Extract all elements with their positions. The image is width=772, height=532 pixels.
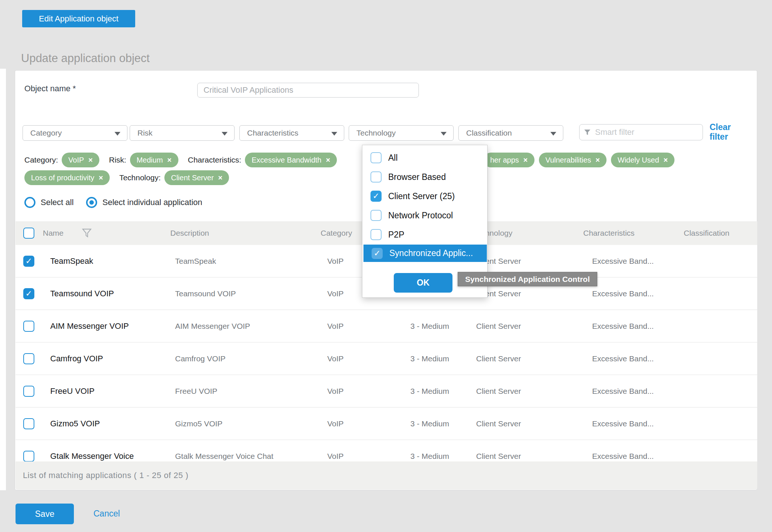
cancel-link[interactable]: Cancel — [93, 509, 120, 519]
cell-risk: 3 - Medium — [410, 342, 449, 375]
checkbox-icon[interactable]: ✓ — [370, 191, 382, 202]
chevron-down-icon — [222, 132, 228, 136]
matching-applications-summary: List of matching applications ( 1 - 25 o… — [23, 471, 188, 480]
row-checkbox[interactable]: ✓ — [23, 321, 34, 332]
chip-widely-used-label: Widely Used — [618, 156, 659, 164]
chevron-down-icon — [331, 132, 337, 136]
cell-characteristics: Excessive Band... — [592, 342, 654, 375]
table-footer: List of matching applications ( 1 - 25 o… — [16, 461, 757, 490]
remove-chip-icon[interactable]: × — [167, 156, 172, 164]
column-header-name[interactable]: Name — [43, 221, 64, 245]
cell-category: VoIP — [327, 375, 344, 407]
object-name-input[interactable] — [197, 83, 419, 98]
row-checkbox[interactable]: ✓ — [23, 418, 34, 429]
remove-chip-icon[interactable]: × — [88, 156, 93, 164]
popup-option-p2p[interactable]: ✓ P2P — [362, 225, 487, 244]
classification-dropdown-label: Classification — [466, 129, 512, 137]
popup-option-network-protocol[interactable]: ✓ Network Protocol — [362, 206, 487, 225]
chip-client-server: Client Server × — [164, 170, 229, 185]
popup-option-label: Synchronized Applic... — [389, 248, 473, 258]
cell-technology: Client Server — [476, 310, 521, 342]
checkbox-icon[interactable]: ✓ — [370, 229, 382, 240]
smart-filter-input[interactable] — [595, 127, 698, 137]
chip-client-server-label: Client Server — [171, 174, 214, 182]
chevron-down-icon — [441, 132, 447, 136]
column-header-characteristics[interactable]: Characteristics — [583, 221, 635, 245]
clear-filter-link[interactable]: Clear filter — [710, 122, 750, 141]
active-filters-row-2: Loss of productivity × Technology: Clien… — [24, 170, 229, 185]
row-checkbox[interactable]: ✓ — [23, 451, 34, 462]
popup-ok-button[interactable]: OK — [394, 273, 452, 293]
smart-filter-box — [579, 124, 703, 140]
cell-technology: Client Server — [476, 375, 521, 407]
column-header-classification[interactable]: Classification — [684, 221, 730, 245]
popup-option-label: Browser Based — [388, 172, 446, 182]
characteristics-dropdown-label: Characteristics — [247, 129, 298, 137]
cell-description: Teamsound VOIP — [175, 277, 236, 310]
chip-voip-label: VoIP — [68, 156, 84, 164]
risk-dropdown[interactable]: Risk — [130, 125, 235, 141]
remove-chip-icon[interactable]: × — [326, 156, 330, 164]
remove-chip-icon[interactable]: × — [595, 156, 600, 164]
cell-characteristics: Excessive Band... — [592, 407, 654, 440]
row-checkbox[interactable]: ✓ — [23, 386, 34, 397]
select-individual-radio[interactable] — [86, 197, 97, 208]
cell-characteristics: Excessive Band... — [592, 245, 654, 277]
cell-name: FreeU VOIP — [50, 375, 95, 407]
row-checkbox[interactable]: ✓ — [23, 353, 34, 364]
cell-name: Gizmo5 VOIP — [50, 407, 100, 440]
column-header-description[interactable]: Description — [170, 221, 209, 245]
category-filter-label: Category: — [24, 156, 58, 164]
checkbox-icon[interactable]: ✓ — [370, 171, 382, 183]
chip-vulnerabilities: Vulnerabilities × — [539, 153, 607, 167]
classification-dropdown[interactable]: Classification — [458, 125, 563, 141]
cell-category: VoIP — [327, 245, 344, 277]
chip-voip: VoIP × — [62, 153, 99, 167]
cell-description: TeamSpeak — [175, 245, 216, 277]
chip-excessive-bandwidth: Excessive Bandwidth × — [245, 153, 337, 167]
table-row: ✓ Gizmo5 VOIP Gizmo5 VOIP VoIP 3 - Mediu… — [16, 407, 757, 440]
cell-description: Gizmo5 VOIP — [175, 407, 222, 440]
remove-chip-icon[interactable]: × — [663, 156, 668, 164]
cell-description: Camfrog VOIP — [175, 342, 226, 375]
tooltip-text: Synchronized Application Control — [465, 275, 590, 284]
cell-characteristics: Excessive Band... — [592, 277, 654, 310]
checkbox-icon[interactable]: ✓ — [370, 152, 382, 163]
save-button[interactable]: Save — [16, 504, 74, 524]
characteristics-dropdown[interactable]: Characteristics — [239, 125, 344, 141]
select-individual-label: Select individual application — [102, 198, 202, 207]
row-checkbox[interactable]: ✓ — [23, 288, 34, 299]
popup-option-browser-based[interactable]: ✓ Browser Based — [362, 167, 487, 187]
cell-name: Teamsound VOIP — [50, 277, 114, 310]
chip-vulnerabilities-label: Vulnerabilities — [546, 156, 591, 164]
active-filters-row-1-right: her apps × Vulnerabilities × Widely Used… — [484, 153, 674, 167]
select-all-label: Select all — [41, 198, 74, 207]
name-filter-funnel-icon[interactable] — [82, 228, 92, 238]
cell-technology: Client Server — [476, 342, 521, 375]
left-edge-strip — [0, 69, 6, 490]
popup-option-label: P2P — [388, 230, 404, 240]
table-row: ✓ FreeU VOIP FreeU VOIP VoIP 3 - Medium … — [16, 375, 757, 407]
cell-risk: 3 - Medium — [410, 407, 449, 440]
technology-filter-label: Technology: — [119, 173, 161, 182]
edit-application-object-button[interactable]: Edit Application object — [22, 10, 135, 27]
remove-chip-icon[interactable]: × — [218, 174, 223, 182]
technology-dropdown[interactable]: Technology — [349, 125, 454, 141]
popup-option-label: Network Protocol — [388, 211, 453, 221]
checkbox-icon[interactable]: ✓ — [372, 248, 383, 259]
remove-chip-icon[interactable]: × — [523, 156, 528, 164]
checkbox-icon[interactable]: ✓ — [370, 210, 382, 221]
chip-medium: Medium × — [130, 153, 178, 167]
popup-option-client-server[interactable]: ✓ Client Server (25) — [362, 187, 487, 206]
category-dropdown[interactable]: Category — [23, 125, 127, 141]
characteristics-filter-label: Characteristics: — [188, 156, 242, 164]
cell-category: VoIP — [327, 277, 344, 310]
cell-risk: 3 - Medium — [410, 310, 449, 342]
remove-chip-icon[interactable]: × — [99, 174, 103, 182]
popup-option-synchronized-application[interactable]: ✓ Synchronized Applic... — [363, 245, 487, 262]
select-all-radio[interactable] — [24, 197, 35, 208]
column-header-category[interactable]: Category — [321, 221, 352, 245]
row-checkbox[interactable]: ✓ — [23, 256, 34, 267]
popup-option-all[interactable]: ✓ All — [362, 148, 487, 167]
select-all-rows-checkbox[interactable]: ✓ — [23, 228, 34, 239]
